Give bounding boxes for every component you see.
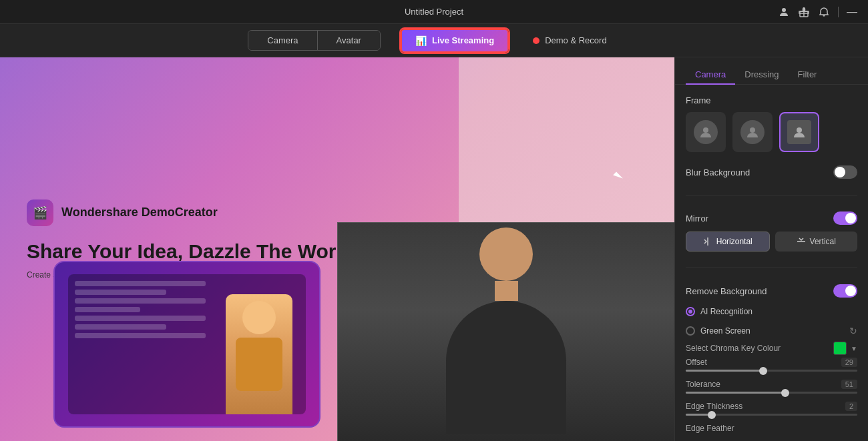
remove-bg-toggle[interactable] [833, 284, 857, 298]
avatar-tab[interactable]: Avatar [318, 31, 380, 50]
ui-bar-2 [75, 290, 166, 295]
panel-content: Frame [675, 85, 868, 441]
frame-avatar-square-icon [787, 120, 811, 144]
green-screen-refresh-icon[interactable]: ↻ [849, 326, 857, 336]
edge-thickness-track[interactable] [686, 414, 857, 416]
tolerance-label: Tolerance [686, 380, 720, 389]
live-streaming-label: Live Streaming [432, 35, 494, 45]
edge-feather-label: Edge Feather [686, 424, 734, 433]
person-body [236, 338, 282, 391]
chroma-chevron-icon: ▼ [851, 345, 857, 352]
offset-slider-row: Offset 29 [686, 358, 857, 372]
chroma-key-row: Select Chroma Key Colour ▼ [686, 339, 857, 358]
camera-overlay [337, 222, 674, 441]
ai-radio-circle [686, 307, 695, 316]
remove-background-label: Remove Background [686, 286, 767, 296]
camera-tab[interactable]: Camera [248, 31, 317, 50]
offset-label: Offset [686, 358, 707, 367]
ui-bar-7 [75, 333, 206, 338]
toolbar: Camera Avatar 📊 Live Streaming Demo & Re… [0, 24, 868, 57]
tab-filter[interactable]: Filter [789, 65, 827, 85]
user-icon[interactable] [778, 6, 790, 18]
divider-1 [686, 195, 857, 195]
video-area: 🎬 Wondershare DemoCreator Share Your Ide… [0, 57, 674, 441]
demo-record-label: Demo & Record [545, 35, 606, 45]
tolerance-slider-row: Tolerance 51 [686, 380, 857, 394]
remove-bg-toggle-row: Remove Background [686, 284, 857, 298]
edge-thickness-thumb[interactable] [708, 411, 716, 419]
svg-point-4 [797, 127, 802, 133]
tab-camera[interactable]: Camera [686, 65, 735, 85]
blur-toggle[interactable] [833, 165, 857, 179]
person-head [242, 301, 276, 334]
radio-group: AI Recognition Green Screen ↻ [686, 304, 857, 339]
frame-options [686, 112, 857, 152]
camera-person-head [479, 228, 533, 281]
offset-header: Offset 29 [686, 358, 857, 367]
device-ui-elements [75, 281, 206, 407]
mirror-label: Mirror [686, 213, 708, 224]
tolerance-fill [686, 392, 785, 394]
ai-recognition-label: AI Recognition [700, 307, 752, 316]
green-screen-option[interactable]: Green Screen ↻ [686, 323, 857, 339]
remove-bg-toggle-knob [845, 286, 856, 296]
panel-tabs: Camera Dressing Filter [675, 57, 868, 85]
green-screen-label: Green Screen [700, 326, 750, 336]
slide-logo-text: Wondershare DemoCreator [61, 205, 218, 219]
blur-background-label: Blur Background [686, 167, 750, 177]
edge-thickness-value: 2 [845, 402, 857, 411]
demo-record-button[interactable]: Demo & Record [519, 30, 620, 51]
gift-icon[interactable] [798, 6, 810, 18]
edge-feather-header: Edge Feather [686, 424, 857, 433]
titlebar-divider [838, 7, 839, 17]
device-inner [68, 274, 306, 414]
streaming-icon: 📊 [415, 35, 427, 46]
offset-thumb[interactable] [759, 367, 767, 375]
tolerance-track[interactable] [686, 392, 857, 394]
slider-section: Offset 29 Tolerance 51 [686, 358, 857, 433]
mirror-toggle[interactable] [833, 211, 857, 225]
tab-dressing[interactable]: Dressing [735, 65, 788, 85]
offset-value: 29 [841, 358, 857, 367]
blur-toggle-knob [835, 167, 845, 177]
remove-background-section: Remove Background AI Recognition Green S… [686, 284, 857, 433]
democreator-logo-icon: 🎬 [27, 199, 53, 226]
blur-toggle-row: Blur Background [686, 165, 857, 179]
ui-bar-4 [75, 307, 140, 312]
minimize-icon[interactable]: — [847, 6, 857, 18]
frame-option-rounded[interactable] [732, 112, 773, 152]
horizontal-label: Horizontal [716, 237, 752, 246]
live-streaming-button[interactable]: 📊 Live Streaming [401, 29, 509, 53]
vertical-label: Vertical [810, 237, 836, 246]
frame-option-circle[interactable] [686, 112, 726, 152]
ui-bar-1 [75, 281, 206, 286]
ai-recognition-option[interactable]: AI Recognition [686, 304, 857, 319]
edge-thickness-label: Edge Thickness [686, 402, 742, 411]
svg-point-0 [782, 8, 786, 12]
ui-bar-6 [75, 324, 166, 330]
window-title: Untitled Project [405, 7, 463, 17]
frame-option-square[interactable] [779, 112, 819, 152]
ui-bar-5 [75, 316, 206, 321]
right-panel: Camera Dressing Filter Frame [674, 57, 868, 441]
camera-background [338, 223, 674, 441]
svg-point-2 [703, 127, 708, 133]
mirror-toggle-row: Mirror [686, 211, 857, 225]
chroma-color-picker[interactable]: ▼ [833, 342, 857, 355]
device-person [226, 294, 292, 414]
offset-track[interactable] [686, 370, 857, 372]
frame-label: Frame [686, 95, 857, 105]
frame-section: Frame [686, 95, 857, 152]
edge-thickness-header: Edge Thickness 2 [686, 402, 857, 411]
titlebar-icons: — [778, 6, 857, 18]
bell-icon[interactable] [818, 6, 830, 18]
titlebar: Untitled Project — [0, 0, 868, 24]
tolerance-thumb[interactable] [781, 389, 789, 397]
mirror-section: Mirror Horizontal Vertical [686, 211, 857, 252]
camera-person-silhouette [433, 228, 580, 441]
horizontal-mirror-button[interactable]: Horizontal [686, 232, 770, 252]
color-swatch [833, 342, 847, 355]
camera-person-neck [495, 281, 518, 301]
vertical-mirror-button[interactable]: Vertical [775, 232, 858, 252]
divider-2 [686, 268, 857, 268]
